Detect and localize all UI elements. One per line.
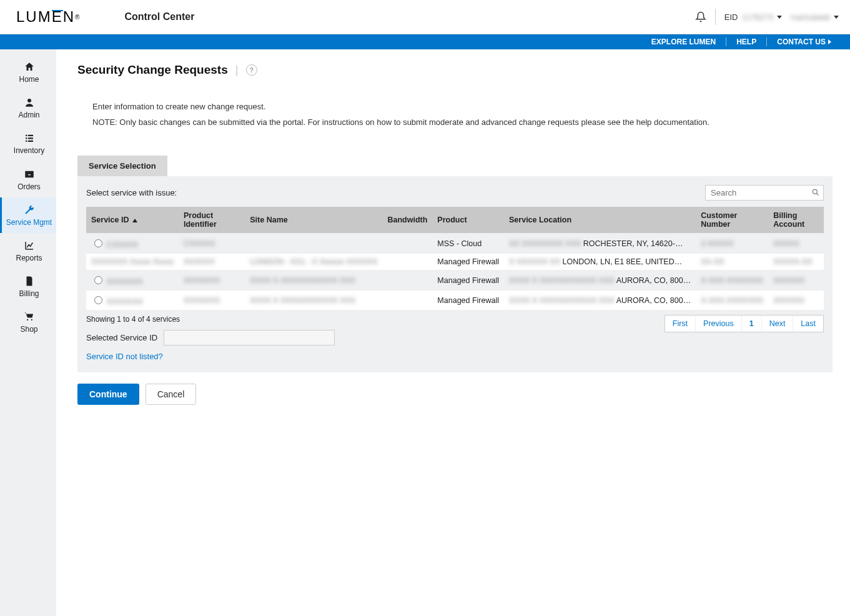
cell-value: XX XXXXXXXX XXX <box>509 239 583 248</box>
cell-value: Managed Firewall <box>437 276 499 285</box>
tab-service-selection[interactable]: Service Selection <box>77 156 167 176</box>
table-row: XXXXXXXXXXXXXXXXXX X XXXXXXXXXXX XXXMana… <box>86 271 824 291</box>
service-id-link[interactable]: CXXXXX <box>106 241 138 249</box>
search-box <box>705 185 824 201</box>
nav-shop[interactable]: Shop <box>0 304 56 340</box>
continue-button[interactable]: Continue <box>77 384 139 405</box>
divider: | <box>235 63 239 77</box>
list-icon <box>23 132 36 144</box>
pager-page-1[interactable]: 1 <box>741 315 761 332</box>
cell-value: XXXX X XXXXXXXXXXX XXX <box>509 296 616 305</box>
cell-value: CXXXXX <box>184 239 215 248</box>
page-title: Security Change Requests <box>77 63 228 77</box>
svg-rect-5 <box>26 141 27 142</box>
pager-next[interactable]: Next <box>761 315 793 332</box>
cell-value: ROCHESTER, NY, 14620-… <box>583 239 683 248</box>
cell-value: X XXXXXX XX <box>509 257 562 266</box>
nav-label: Reports <box>16 254 42 262</box>
service-selection-panel: Service Selection Select service with is… <box>77 156 833 372</box>
pagination: First Previous 1 Next Last <box>665 315 824 332</box>
nav-label: Admin <box>18 111 39 119</box>
col-customer-number[interactable]: Customer Number <box>696 207 768 234</box>
cell-value: X-XXX-XXXXXXX <box>701 276 763 285</box>
intro-note: NOTE: Only basic changes can be submitte… <box>92 117 833 127</box>
cell-value: XXXXXX <box>773 296 804 305</box>
username: marloalaldi <box>791 12 830 22</box>
col-billing-account[interactable]: Billing Account <box>768 207 824 234</box>
pager-last[interactable]: Last <box>793 315 823 332</box>
nav-home[interactable]: Home <box>0 54 56 90</box>
eid-dropdown[interactable]: EID 1176273 <box>724 12 782 22</box>
left-nav: Home Admin Inventory Orders Service Mgmt… <box>0 49 56 616</box>
service-id-link[interactable]: XXXXXXX Xxxxx Xxxxx <box>91 257 174 266</box>
main-content: Security Change Requests | ? Enter infor… <box>56 49 850 616</box>
divider <box>715 9 716 25</box>
cell-value: XXXXXX <box>184 257 215 266</box>
app-header: LUMEN® Control Center EID 1176273 marloa… <box>0 0 850 34</box>
col-product-identifier[interactable]: Product Identifier <box>179 207 245 234</box>
selected-service-id-input[interactable] <box>164 330 335 345</box>
nav-service-mgmt[interactable]: Service Mgmt <box>0 197 56 233</box>
cell-value: Managed Firewall <box>437 296 499 305</box>
cell-value: AURORA, CO, 800… <box>616 296 691 305</box>
brand-logo: LUMEN® <box>16 8 81 26</box>
cell-value: Managed Firewall <box>437 257 499 266</box>
user-icon <box>23 96 36 109</box>
nav-reports[interactable]: Reports <box>0 233 56 269</box>
service-select-radio[interactable] <box>94 239 102 247</box>
col-product[interactable]: Product <box>432 207 504 234</box>
nav-billing[interactable]: Billing <box>0 269 56 304</box>
form-actions: Continue Cancel <box>77 384 833 405</box>
intro-text: Enter information to create new change r… <box>92 102 833 127</box>
service-select-radio[interactable] <box>94 276 102 284</box>
explore-lumen-link[interactable]: EXPLORE LUMEN <box>641 37 726 46</box>
svg-rect-6 <box>27 141 32 142</box>
cancel-button[interactable]: Cancel <box>146 384 197 405</box>
table-row: XXXXXXXXXXXXXXXXXX X XXXXXXXXXXX XXXMana… <box>86 291 824 310</box>
col-site-name[interactable]: Site Name <box>245 207 382 234</box>
eid-value: 1176273 <box>742 12 774 22</box>
cell-value: XXXXX-XX <box>773 257 813 266</box>
cell-value: XXXX X XXXXXXXXXXX XXX <box>509 276 616 285</box>
search-input[interactable] <box>705 185 824 201</box>
eid-label: EID <box>724 12 738 22</box>
svg-rect-1 <box>26 135 27 136</box>
product-title: Control Center <box>124 11 194 22</box>
contact-us-link[interactable]: CONTACT US <box>766 37 841 46</box>
service-id-not-listed-link[interactable]: Service ID not listed? <box>86 352 163 361</box>
nav-inventory[interactable]: Inventory <box>0 126 56 161</box>
cell-value: XX-XX <box>701 257 724 266</box>
col-bandwidth[interactable]: Bandwidth <box>382 207 432 234</box>
nav-label: Orders <box>17 183 41 191</box>
search-icon[interactable] <box>811 188 820 197</box>
nav-orders[interactable]: Orders <box>0 162 56 197</box>
help-icon[interactable]: ? <box>246 64 257 76</box>
table-row: XXXXXXX Xxxxx XxxxxXXXXXXLONDON - XX1 - … <box>86 254 824 271</box>
svg-rect-3 <box>26 138 27 139</box>
table-row: CXXXXXCXXXXXMSS - CloudXX XXXXXXXX XXX R… <box>86 234 824 254</box>
cell-value: XXXXXX <box>773 276 804 285</box>
nav-admin[interactable]: Admin <box>0 90 56 126</box>
nav-label: Home <box>19 76 39 84</box>
pager-previous[interactable]: Previous <box>695 315 741 332</box>
pager-first[interactable]: First <box>665 315 695 332</box>
document-dollar-icon <box>23 275 36 287</box>
selected-service-id-label: Selected Service ID <box>86 333 157 342</box>
help-link[interactable]: HELP <box>726 37 766 46</box>
cell-value: LONDON - XX1 - X Xxxxxx XXXXXX <box>250 257 377 266</box>
service-id-link[interactable]: XXXXXXX <box>106 297 142 306</box>
chart-icon <box>23 239 36 252</box>
svg-rect-2 <box>27 135 32 136</box>
cell-value: XXXXXXX <box>184 296 220 305</box>
services-table: Service ID Product Identifier Site Name … <box>86 207 824 310</box>
service-select-radio[interactable] <box>94 296 102 304</box>
nav-label: Inventory <box>14 147 44 155</box>
col-service-id[interactable]: Service ID <box>86 207 179 234</box>
cart-icon <box>23 310 36 323</box>
utility-bar: EXPLORE LUMEN HELP CONTACT US <box>0 34 850 49</box>
notifications-bell-icon[interactable] <box>695 11 706 22</box>
service-id-link[interactable]: XXXXXXX <box>106 277 142 286</box>
user-dropdown[interactable]: marloalaldi <box>791 12 839 22</box>
sort-ascending-icon <box>132 219 137 222</box>
col-service-location[interactable]: Service Location <box>504 207 696 234</box>
